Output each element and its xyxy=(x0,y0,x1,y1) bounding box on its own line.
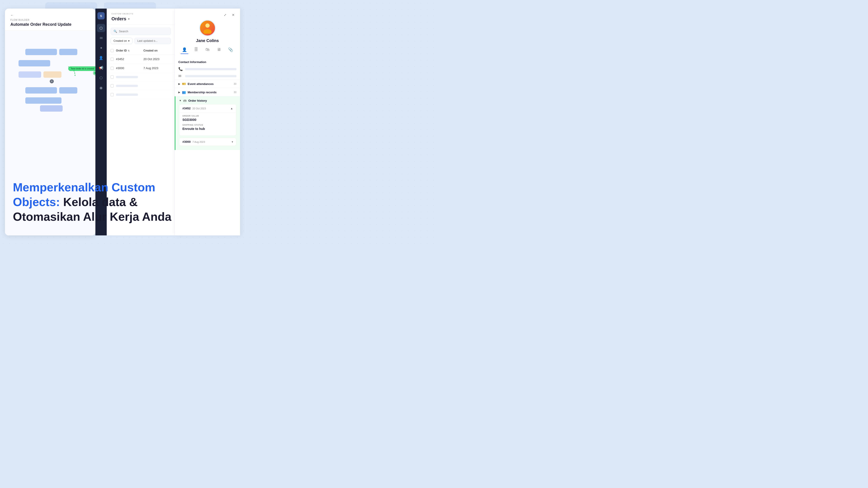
flow-builder-label: FLOW BUILDER xyxy=(10,19,90,21)
email-value xyxy=(185,75,237,77)
sort-order-id-icon[interactable]: ⇅ xyxy=(128,50,129,52)
membership-records-label: Membership records xyxy=(188,91,232,94)
avatar-image xyxy=(202,22,213,34)
order-history-header[interactable]: ▼ 🗃 Order history xyxy=(179,99,237,102)
objects-title: Orders xyxy=(112,16,126,22)
order-expand-icon: ▼ xyxy=(179,99,182,102)
svg-point-2 xyxy=(206,24,210,28)
headline-line3: Otomasikan Alur Kerja Anda xyxy=(13,210,95,223)
flow-block-2 xyxy=(59,49,77,55)
order-value-label: ORDER VALUE xyxy=(182,115,233,117)
add-step-button[interactable]: + xyxy=(50,79,54,84)
sidebar-item-contacts[interactable]: 👤 xyxy=(97,54,105,62)
select-all-checkbox[interactable] xyxy=(111,49,114,52)
col-order-id-label: Order ID xyxy=(116,49,127,52)
flow-block-5 xyxy=(43,71,61,78)
external-link-button[interactable]: ⤢ xyxy=(222,12,228,18)
membership-icon: 👥 xyxy=(182,90,186,94)
search-box: 🔍 xyxy=(111,28,171,35)
sidebar-item-trigger[interactable]: ✦ xyxy=(97,44,105,52)
order-3000-expand-icon[interactable]: ▾ xyxy=(232,140,233,143)
flow-block-9 xyxy=(40,105,63,111)
flow-block-3 xyxy=(19,60,50,66)
row2-checkbox[interactable] xyxy=(111,67,114,70)
row4-order-id-muted xyxy=(116,85,138,87)
close-panel-button[interactable]: ✕ xyxy=(230,12,237,18)
phone-icon: 📞 xyxy=(178,67,183,71)
svg-point-1 xyxy=(204,29,212,34)
email-row: ✉ xyxy=(175,72,240,79)
sidebar-item-database[interactable]: ⬡ xyxy=(97,24,105,32)
table-row[interactable]: #3452 20 Oct 2023 xyxy=(107,55,175,64)
row4-checkbox[interactable] xyxy=(111,84,114,88)
event-attendances-section: ▶ 🎫 Event attendances 30 xyxy=(175,79,240,88)
tab-shopping-icon[interactable]: 🛍 xyxy=(204,46,211,54)
trigger-endpoint xyxy=(94,71,95,75)
shipping-status-label: SHIPPING STATUS xyxy=(182,124,233,126)
objects-title-row: Orders ▾ xyxy=(112,16,170,22)
phone-row: 📞 xyxy=(175,66,240,72)
order-date-3000: 7 Aug 2023 xyxy=(192,140,205,143)
table-header: Order ID ⇅ Created on xyxy=(107,47,175,55)
row2-created-on: 7 Aug 2023 xyxy=(144,66,171,70)
tab-database-icon[interactable]: 🗄 xyxy=(193,46,199,54)
tab-screen-icon[interactable]: 🖥 xyxy=(215,46,222,54)
flow-builder-panel: ← FLOW BUILDER Automate Order Record Upd… xyxy=(5,8,95,235)
sidebar-item-flows[interactable]: ⬡ xyxy=(97,74,105,82)
contact-tabs: 👤 🗄 🛍 🖥 📎 xyxy=(177,46,238,54)
filter-created-on-chevron: ▾ xyxy=(128,39,129,42)
flow-block-4 xyxy=(19,71,41,78)
membership-records-section: ▶ 👥 Membership records 30 xyxy=(175,88,240,96)
order-card-3452-header[interactable]: #3452 20 Oct 2023 ▲ xyxy=(179,104,236,112)
objects-chevron-icon[interactable]: ▾ xyxy=(128,18,129,21)
event-attendances-header[interactable]: ▶ 🎫 Event attendances 30 xyxy=(178,82,237,86)
sidebar-item-inbox[interactable]: ✉ xyxy=(97,34,105,42)
inbox-icon: ✉ xyxy=(100,36,103,40)
external-link-icon: ⤢ xyxy=(224,13,226,17)
flow-block-6 xyxy=(25,87,57,94)
col-created-on-label: Created on xyxy=(144,49,158,52)
order-history-label: Order history xyxy=(188,99,237,102)
order-card-3000[interactable]: #3000 7 Aug 2023 ▾ xyxy=(179,138,237,146)
order-value: SGD3000 xyxy=(182,118,233,122)
membership-records-header[interactable]: ▶ 👥 Membership records 30 xyxy=(178,90,237,94)
objects-header: CUSTOM OBJECTS Orders ▾ xyxy=(107,8,175,25)
flows-icon: ⬡ xyxy=(99,76,103,80)
channels-icon: ◉ xyxy=(99,86,103,90)
headline-line2-blue: Objects: xyxy=(13,195,60,208)
order-date-3452: 20 Oct 2023 xyxy=(192,107,206,110)
order-3452-collapse-icon[interactable]: ▲ xyxy=(230,107,233,110)
table-row-empty xyxy=(107,82,175,90)
back-button[interactable]: ← xyxy=(10,13,13,17)
trigger-icon: ✦ xyxy=(100,46,103,50)
contact-info-header: Contact Information xyxy=(175,58,240,66)
row2-order-id: #3000 xyxy=(116,66,144,70)
headline-line2-dark: Kelola data & xyxy=(60,195,95,208)
membership-count: 30 xyxy=(234,91,237,94)
filter-created-on-label: Created on xyxy=(114,39,127,42)
database-icon: ⬡ xyxy=(99,26,103,30)
sidebar-item-broadcast[interactable]: 📢 xyxy=(97,64,105,72)
filter-row: Created on ▾ Last updated o... xyxy=(107,38,175,47)
search-icon: 🔍 xyxy=(114,30,117,33)
table-row[interactable]: #3000 7 Aug 2023 xyxy=(107,64,175,73)
table-row-empty xyxy=(107,73,175,82)
shipping-status-value: Enroute to hub xyxy=(182,127,233,131)
contact-header: ⤢ ✕ xyxy=(175,8,240,20)
headline-line1: Memperkenalkan Custom xyxy=(13,181,95,194)
filter-created-on[interactable]: Created on ▾ xyxy=(111,38,132,44)
row1-order-id: #3452 xyxy=(116,57,144,61)
search-input[interactable] xyxy=(119,30,168,33)
avatar xyxy=(199,20,216,36)
custom-objects-label: CUSTOM OBJECTS xyxy=(112,13,170,15)
table-row-empty xyxy=(107,90,175,99)
flow-title: Automate Order Record Update xyxy=(10,22,90,27)
filter-last-updated[interactable]: Last updated o... xyxy=(134,38,171,44)
row1-checkbox[interactable] xyxy=(111,58,114,61)
tab-attachment-icon[interactable]: 📎 xyxy=(227,46,235,54)
sidebar-item-channels[interactable]: ◉ xyxy=(97,84,105,92)
row3-checkbox[interactable] xyxy=(111,75,114,78)
row5-checkbox[interactable] xyxy=(111,93,114,96)
tab-profile-icon[interactable]: 👤 xyxy=(181,46,188,54)
event-icon: 🎫 xyxy=(182,82,186,86)
